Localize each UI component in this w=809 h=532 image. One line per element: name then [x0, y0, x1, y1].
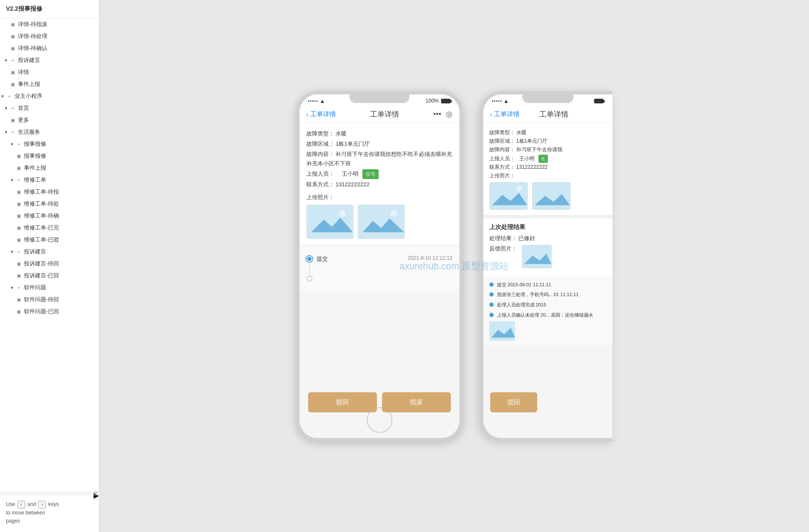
- back-chevron-icon: ‹: [306, 111, 309, 118]
- folder-icon: ▪: [15, 141, 22, 147]
- sidebar-item-wo-pending1[interactable]: ▣ 维修工单-待指: [0, 186, 99, 198]
- phone1-title: 工单详情: [370, 109, 399, 119]
- sidebar-item-owner[interactable]: ▼ ▪ 业主小程序: [0, 90, 99, 102]
- expand-icon: ▼: [9, 177, 15, 182]
- timeline-dot-1: [306, 256, 312, 262]
- folder-icon: ▪: [15, 284, 22, 291]
- sidebar: V2.2报事报修 ▣ 详情-待指派 ▣ 详情-待处理 ▣ 详情-待确认 ▼ ▪ …: [0, 0, 99, 532]
- phone2-fault-area: 故障区域： 1栋1单元门厅: [489, 137, 606, 145]
- reject-button[interactable]: 驳回: [308, 392, 377, 412]
- photo-thumb-2[interactable]: [358, 205, 405, 239]
- sidebar-item-life-service[interactable]: ▼ ▪ 生活服务: [0, 126, 99, 138]
- phone2-last-photo[interactable]: [489, 321, 515, 341]
- phone2-timeline-3: 处理人员处理完成 2015: [489, 301, 606, 309]
- phone1-back[interactable]: ‹ 工单详情: [306, 110, 336, 118]
- dispatch-button[interactable]: 指派: [382, 392, 451, 412]
- photos-row: [306, 205, 453, 239]
- sidebar-item-detail[interactable]: ▣ 详情: [0, 66, 99, 78]
- page-icon: ▣: [15, 165, 22, 171]
- result-title: 上次处理结果: [489, 223, 606, 231]
- page-icon: ▣: [9, 45, 16, 52]
- sidebar-item-repair-page[interactable]: ▣ 报事报修: [0, 150, 99, 162]
- sidebar-item-more[interactable]: ▣ 更多: [0, 114, 99, 126]
- phone1-status-bar: ••••• ▲ 6:00 PM 100%: [300, 94, 459, 106]
- wifi-icon2: ▲: [503, 98, 509, 104]
- phone1-battery: 100%: [426, 98, 451, 104]
- phone2-bottom-button: 驳回: [483, 392, 544, 412]
- fault-area-row: 故障区域： 1栋1单元门厅: [306, 139, 453, 149]
- svg-rect-0: [307, 205, 353, 238]
- page-icon: ▣: [15, 236, 22, 243]
- phone2-battery: [593, 99, 603, 103]
- phone2-timeline-1: 提交 2015-09-01 11:11:11: [489, 281, 606, 289]
- phone2-last-photo-row: [489, 321, 606, 341]
- main-content: axurehub.com 原型资源站 ••••• ▲ 6:00 PM 100%: [99, 0, 809, 532]
- back-chevron-icon2: ‹: [490, 111, 492, 118]
- prev-key[interactable]: ‹: [18, 501, 25, 508]
- phone2-photo-1[interactable]: [489, 182, 528, 210]
- result-photo[interactable]: [522, 245, 552, 268]
- page-icon: ▣: [9, 81, 16, 88]
- page-icon: ▣: [15, 296, 22, 303]
- sidebar-item-home[interactable]: ▼ ▪ 首页: [0, 102, 99, 114]
- more-dots-icon[interactable]: •••: [433, 110, 441, 119]
- phone1-bottom-buttons: 驳回 指派: [300, 392, 459, 412]
- phone2-detail: 故障类型： 水暖 故障区域： 1栋1单元门厅 故障内容： 补习班下午去你请我 上…: [483, 123, 612, 215]
- sidebar-item-software-folder[interactable]: ▼ ▪ 软件问题: [0, 282, 99, 294]
- sidebar-item-wo-pending2[interactable]: ▣ 维修工单-待处: [0, 198, 99, 210]
- sidebar-item-workorder-folder[interactable]: ▼ ▪ 维修工单: [0, 174, 99, 186]
- target-icon[interactable]: ◎: [446, 109, 453, 119]
- timeline-item-1: 提交 2021-9-10 12:12:12: [306, 252, 453, 285]
- sidebar-item-complaint-pending[interactable]: ▣ 投诉建言-待回: [0, 258, 99, 270]
- phone2-fault-content: 故障内容： 补习班下午去你请我: [489, 145, 606, 154]
- photo-thumb-1[interactable]: [306, 205, 353, 239]
- sidebar-item-detail-pending[interactable]: ▣ 详情-待指派: [0, 18, 99, 30]
- sidebar-item-repair-folder[interactable]: ▼ ▪ 报事报修: [0, 138, 99, 150]
- phone1-signal: ••••• ▲: [308, 98, 325, 104]
- phone2-time: 6:00: [546, 98, 556, 104]
- phone2-timeline: 提交 2015-09-01 11:11:11 指派张三处理，手机号码... 01…: [483, 276, 612, 346]
- sidebar-item-software-pending[interactable]: ▣ 软件问题-待回: [0, 294, 99, 306]
- timeline2-dot-4: [489, 313, 494, 317]
- page-icon: ▣: [15, 260, 22, 267]
- result-row: 处理结果： 已修好: [489, 235, 606, 242]
- folder-icon: ▪: [15, 248, 22, 255]
- sidebar-item-event-report[interactable]: ▣ 事件上报: [0, 78, 99, 90]
- folder-icon: ▪: [9, 129, 16, 135]
- phone1-inner: ••••• ▲ 6:00 PM 100% ‹ 工单详情 工单详情: [300, 94, 459, 438]
- phone2-fault-type: 故障类型： 水暖: [489, 128, 606, 137]
- phone2-title: 工单详情: [539, 109, 568, 119]
- scroll-right-arrow[interactable]: ▶: [94, 491, 97, 495]
- fault-type-row: 故障类型： 水暖: [306, 129, 453, 138]
- sidebar-scroll[interactable]: ▣ 详情-待指派 ▣ 详情-待处理 ▣ 详情-待确认 ▼ ▪ 投诉建言 ▣ 详情…: [0, 18, 99, 491]
- phone2-reporter: 上报人员： 王小明 住: [489, 154, 606, 163]
- phone1-actions[interactable]: ••• ◎: [433, 109, 453, 119]
- sidebar-item-detail-processing[interactable]: ▣ 详情-待处理: [0, 30, 99, 42]
- phone2-photo-2[interactable]: [532, 182, 571, 210]
- page-icon: ▣: [9, 117, 16, 123]
- sidebar-item-event[interactable]: ▣ 事件上报: [0, 162, 99, 174]
- sidebar-item-wo-done[interactable]: ▣ 维修工单-已完: [0, 222, 99, 234]
- sidebar-item-wo-rejected[interactable]: ▣ 维修工单-已驳: [0, 234, 99, 246]
- fault-content-row: 故障内容： 补习班下午去你请我你想吃不吃不必须去嗦补充补充本小区不下班: [306, 150, 453, 168]
- sidebar-item-detail-confirming[interactable]: ▣ 详情-待确认: [0, 42, 99, 54]
- folder-icon: ▪: [9, 105, 16, 112]
- svg-rect-3: [358, 205, 404, 238]
- expand-icon: ▼: [3, 129, 9, 135]
- svg-rect-9: [532, 182, 570, 209]
- timeline2-dot-3: [489, 303, 494, 307]
- battery-icon: [441, 99, 450, 103]
- phone2-back[interactable]: ‹ 工单详情: [490, 110, 520, 118]
- sidebar-item-complaint2-folder[interactable]: ▼ ▪ 投诉建言: [0, 246, 99, 258]
- battery-icon2: [594, 99, 603, 103]
- svg-point-4: [390, 210, 397, 217]
- sidebar-item-software-replied[interactable]: ▣ 软件问题-已回: [0, 306, 99, 317]
- page-icon: ▣: [15, 272, 22, 279]
- timeline-time-1: 2021-9-10 12:12:12: [408, 255, 453, 263]
- sidebar-item-wo-pending3[interactable]: ▣ 维修工单-待确: [0, 210, 99, 222]
- next-key[interactable]: ›: [38, 501, 46, 508]
- phone2-reject-button[interactable]: 驳回: [490, 392, 537, 412]
- phone1-mockup: ••••• ▲ 6:00 PM 100% ‹ 工单详情 工单详情: [296, 91, 463, 441]
- sidebar-item-complaint-replied[interactable]: ▣ 投诉建言-已回: [0, 270, 99, 282]
- sidebar-item-complaint[interactable]: ▼ ▪ 投诉建言: [0, 54, 99, 66]
